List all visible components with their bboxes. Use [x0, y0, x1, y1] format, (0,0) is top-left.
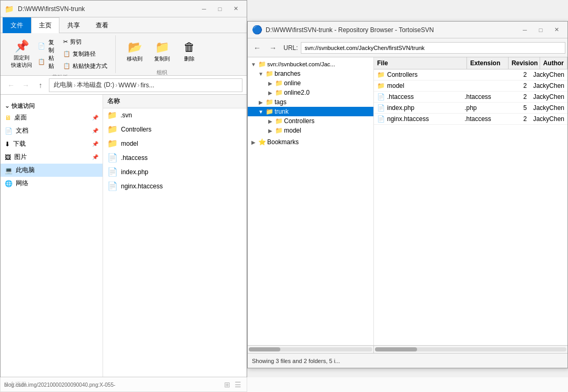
name-column-header[interactable]: 名称	[107, 97, 242, 106]
address-path[interactable]: 此电脑 › 本地磁盘 (D:) › WWW › firs...	[49, 78, 242, 92]
files-scroll-thumb[interactable]	[375, 347, 417, 351]
file-row-controllers[interactable]: 📁 Controllers	[103, 122, 247, 136]
paste-shortcut-button[interactable]: 📋粘贴快捷方式	[59, 61, 111, 72]
cut-button[interactable]: ✂剪切	[59, 36, 111, 47]
tree-toggle-online[interactable]: ▶	[267, 81, 274, 86]
tree-item-trunk-model[interactable]: ▶ 📁 model	[248, 126, 373, 135]
tree-toggle-trunk-model[interactable]: ▶	[267, 128, 274, 134]
file-row-indexphp[interactable]: 📄 index.php	[103, 165, 247, 179]
tree-item-bookmarks[interactable]: ▶ ⭐ Bookmarks	[248, 137, 373, 147]
minimize-button[interactable]: ─	[197, 4, 211, 14]
tree-item-online[interactable]: ▶ 📁 online	[248, 78, 373, 88]
svn-maximize-button[interactable]: □	[534, 25, 547, 35]
ext-col-header[interactable]: Extension	[467, 57, 509, 69]
svn-files-scrollbar[interactable]	[374, 346, 567, 353]
svn-back-button[interactable]: ←	[250, 41, 265, 55]
tree-toggle-branches[interactable]: ▼	[257, 71, 265, 77]
tree-toggle-tags[interactable]: ▶	[257, 99, 265, 105]
svn-file-row-indexphp[interactable]: 📄 index.php .php 5 JackyChen	[374, 103, 567, 114]
svn-title-bar: 🔵 D:\WWW\firstSVN-trunk - Repository Bro…	[248, 22, 567, 38]
explorer-window-icon: 📁	[5, 5, 14, 13]
svn-file-name-indexphp: 📄 index.php	[374, 103, 461, 113]
pictures-icon: 🖼	[5, 154, 11, 161]
url-input[interactable]	[301, 42, 565, 54]
sidebar-item-pictures[interactable]: 🖼 图片 📌	[1, 150, 103, 164]
svn-files-panel: File Extension Revision Author 📁 Control…	[374, 57, 567, 345]
copy-path-button[interactable]: 📋复制路径	[59, 48, 111, 59]
tree-item-online2[interactable]: ▶ 📁 online2.0	[248, 88, 373, 97]
tree-toggle-root[interactable]: ▼	[250, 62, 257, 67]
green-folder-icon: 📁	[107, 124, 118, 134]
sidebar-item-network[interactable]: 🌐 网络	[1, 177, 103, 190]
tree-item-root[interactable]: ▼ 📁 svn://svnbucket.com/Jac...	[248, 59, 373, 69]
svn-tree-panel: ▼ 📁 svn://svnbucket.com/Jac... ▼ 📁 branc…	[248, 57, 374, 345]
forward-button[interactable]: →	[19, 79, 32, 92]
ribbon-organize-buttons: 📂 移动到 📁 复制到 🗑 删除	[122, 36, 202, 67]
copy-button[interactable]: 📄复制	[36, 39, 57, 54]
svn-minimize-button[interactable]: ─	[518, 25, 532, 35]
copy-to-button[interactable]: 📁 复制到	[149, 36, 175, 67]
folder-icon: 📁	[377, 82, 385, 89]
svn-tree-scrollbar[interactable]	[248, 346, 374, 353]
svn-status-bar: Showing 3 files and 2 folders, 5 i...	[248, 353, 567, 368]
svn-title-text: D:\WWW\firstSVN-trunk - Repository Brows…	[266, 26, 515, 34]
svn-file-row-nginx[interactable]: 📄 nginx.htaccess .htaccess 2 JackyChen	[374, 114, 567, 125]
tree-item-trunk-controllers[interactable]: ▶ 📁 Controllers	[248, 116, 373, 126]
folder-icon: 📁	[275, 127, 283, 134]
watermark: blog.csdn.img/20210000200090040.png:X-05…	[0, 377, 568, 392]
back-button[interactable]: ←	[5, 79, 17, 92]
tab-share[interactable]: 共享	[59, 17, 88, 33]
breadcrumb-disk[interactable]: 本地磁盘 (D:)	[77, 81, 114, 89]
tree-toggle-bookmarks[interactable]: ▶	[250, 139, 257, 145]
url-label: URL:	[281, 44, 300, 52]
breadcrumb-svn[interactable]: firs...	[140, 82, 154, 89]
file-icon: 📄	[377, 115, 385, 123]
up-button[interactable]: ↑	[34, 79, 47, 92]
pin-to-quickaccess-button[interactable]: 📌 固定到快速访问	[9, 39, 34, 69]
file-row-svn[interactable]: 📁 .svn	[103, 108, 247, 122]
breadcrumb-pc[interactable]: 此电脑	[54, 81, 73, 89]
tree-item-trunk[interactable]: ▼ 📁 trunk	[248, 107, 373, 116]
explorer-window: 📁 D:\WWW\firstSVN-trunk ─ □ ✕ 文件 主页 共享 查…	[0, 0, 247, 392]
move-to-button[interactable]: 📂 移动到	[122, 36, 147, 67]
folder-icon: 📁	[266, 108, 273, 115]
rev-col-header[interactable]: Revision	[509, 57, 540, 69]
tab-home[interactable]: 主页	[31, 17, 59, 33]
sidebar-item-documents[interactable]: 📄 文档 📌	[1, 124, 103, 137]
file-row-model[interactable]: 📁 model	[103, 136, 247, 150]
sidebar-item-thispc[interactable]: 💻 此电脑	[1, 164, 103, 177]
svn-file-row-htaccess[interactable]: 📄 .htaccess .htaccess 2 JackyChen	[374, 92, 567, 103]
svn-file-name-controllers: 📁 Controllers	[374, 69, 461, 80]
green-folder-icon: 📁	[107, 138, 118, 148]
tree-scroll-thumb[interactable]	[249, 347, 280, 351]
tree-toggle-trunk[interactable]: ▼	[257, 109, 265, 115]
quick-access-header[interactable]: ⌄ 快速访问	[1, 99, 103, 111]
sidebar-item-downloads[interactable]: ⬇ 下载 📌	[1, 137, 103, 150]
file-icon: 📄	[377, 93, 385, 100]
maximize-button[interactable]: □	[213, 4, 227, 14]
tree-item-tags[interactable]: ▶ 📁 tags	[248, 97, 373, 107]
close-button[interactable]: ✕	[229, 4, 242, 14]
file-row-nginx[interactable]: 📄 nginx.htaccess	[103, 179, 247, 193]
sidebar-item-desktop[interactable]: 🖥 桌面 📌	[1, 111, 103, 124]
delete-button[interactable]: 🗑 删除	[177, 36, 202, 67]
folder-icon: 📁	[377, 71, 385, 78]
svn-file-row-controllers[interactable]: 📁 Controllers 2 JackyChen	[374, 69, 567, 81]
file-row-htaccess[interactable]: 📄 .htaccess	[103, 150, 247, 165]
tree-toggle-trunk-controllers[interactable]: ▶	[267, 118, 274, 124]
svn-close-button[interactable]: ✕	[550, 25, 563, 35]
svn-file-row-model[interactable]: 📁 model 2 JackyChen	[374, 81, 567, 92]
folder-icon: 📄	[5, 127, 13, 135]
tab-view[interactable]: 查看	[88, 17, 116, 33]
file-col-header[interactable]: File	[374, 57, 467, 69]
breadcrumb-www[interactable]: WWW	[118, 82, 136, 89]
author-col-header[interactable]: Author	[540, 57, 567, 69]
paste-button[interactable]: 📋粘贴	[36, 55, 57, 69]
bookmark-icon: ⭐	[258, 138, 266, 146]
sidebar: ⌄ 快速访问 🖥 桌面 📌 📄 文档 📌 ⬇ 下载 📌 🖼 图片 �	[1, 95, 103, 377]
explorer-title-text: D:\WWW\firstSVN-trunk	[18, 5, 193, 13]
tree-item-branches[interactable]: ▼ 📁 branches	[248, 69, 373, 78]
tab-file[interactable]: 文件	[3, 17, 31, 33]
tree-toggle-online2[interactable]: ▶	[267, 90, 274, 96]
svn-forward-button[interactable]: →	[266, 41, 280, 55]
